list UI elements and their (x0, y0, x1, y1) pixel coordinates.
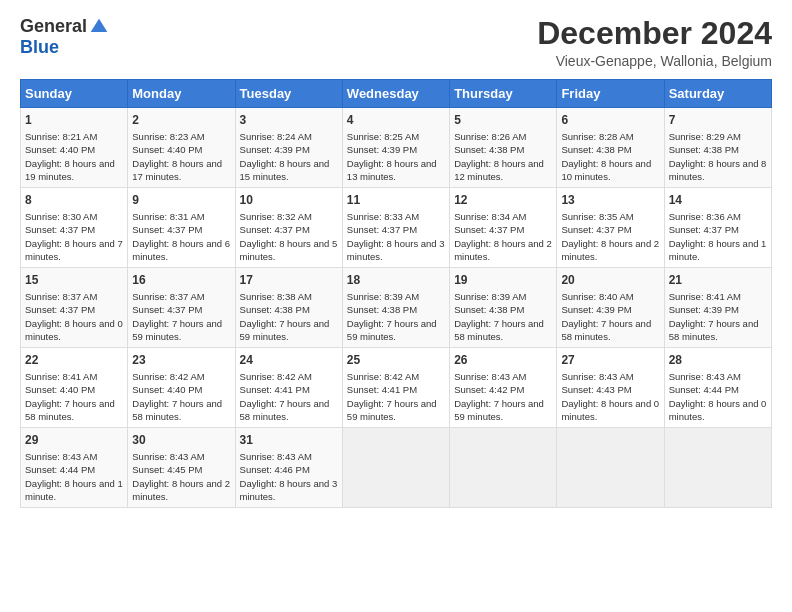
day-info: Sunset: 4:43 PM (561, 383, 659, 396)
day-info: Sunrise: 8:33 AM (347, 210, 445, 223)
day-info: Sunset: 4:37 PM (25, 303, 123, 316)
day-number: 24 (240, 352, 338, 369)
header-tuesday: Tuesday (235, 80, 342, 108)
day-info: Sunset: 4:37 PM (454, 223, 552, 236)
day-info: Sunset: 4:37 PM (347, 223, 445, 236)
table-row: 16Sunrise: 8:37 AMSunset: 4:37 PMDayligh… (128, 268, 235, 348)
day-info: Sunrise: 8:43 AM (669, 370, 767, 383)
table-row: 19Sunrise: 8:39 AMSunset: 4:38 PMDayligh… (450, 268, 557, 348)
day-info: Sunrise: 8:42 AM (347, 370, 445, 383)
day-info: Sunset: 4:39 PM (561, 303, 659, 316)
table-row: 29Sunrise: 8:43 AMSunset: 4:44 PMDayligh… (21, 428, 128, 508)
day-number: 28 (669, 352, 767, 369)
day-info: Sunrise: 8:21 AM (25, 130, 123, 143)
table-row: 9Sunrise: 8:31 AMSunset: 4:37 PMDaylight… (128, 188, 235, 268)
day-info: Sunrise: 8:25 AM (347, 130, 445, 143)
day-number: 11 (347, 192, 445, 209)
day-number: 25 (347, 352, 445, 369)
day-info: Sunrise: 8:43 AM (132, 450, 230, 463)
day-info: Sunset: 4:37 PM (132, 303, 230, 316)
table-row: 23Sunrise: 8:42 AMSunset: 4:40 PMDayligh… (128, 348, 235, 428)
week-row: 29Sunrise: 8:43 AMSunset: 4:44 PMDayligh… (21, 428, 772, 508)
day-info: Sunset: 4:39 PM (669, 303, 767, 316)
day-info: Sunrise: 8:39 AM (454, 290, 552, 303)
day-number: 15 (25, 272, 123, 289)
day-number: 26 (454, 352, 552, 369)
day-info: Sunset: 4:38 PM (240, 303, 338, 316)
day-info: Sunrise: 8:43 AM (561, 370, 659, 383)
day-info: Daylight: 8 hours and 5 minutes. (240, 237, 338, 264)
day-info: Daylight: 8 hours and 7 minutes. (25, 237, 123, 264)
day-number: 18 (347, 272, 445, 289)
day-info: Daylight: 7 hours and 59 minutes. (454, 397, 552, 424)
day-info: Sunrise: 8:41 AM (669, 290, 767, 303)
title-block: December 2024 Vieux-Genappe, Wallonia, B… (537, 16, 772, 69)
day-number: 30 (132, 432, 230, 449)
header-saturday: Saturday (664, 80, 771, 108)
table-row: 21Sunrise: 8:41 AMSunset: 4:39 PMDayligh… (664, 268, 771, 348)
day-info: Sunset: 4:38 PM (561, 143, 659, 156)
day-number: 21 (669, 272, 767, 289)
day-info: Sunrise: 8:43 AM (240, 450, 338, 463)
day-info: Sunset: 4:41 PM (347, 383, 445, 396)
table-row: 10Sunrise: 8:32 AMSunset: 4:37 PMDayligh… (235, 188, 342, 268)
table-row: 4Sunrise: 8:25 AMSunset: 4:39 PMDaylight… (342, 108, 449, 188)
day-number: 10 (240, 192, 338, 209)
day-info: Sunrise: 8:28 AM (561, 130, 659, 143)
day-info: Sunrise: 8:34 AM (454, 210, 552, 223)
table-row: 27Sunrise: 8:43 AMSunset: 4:43 PMDayligh… (557, 348, 664, 428)
table-row: 25Sunrise: 8:42 AMSunset: 4:41 PMDayligh… (342, 348, 449, 428)
day-info: Daylight: 7 hours and 58 minutes. (25, 397, 123, 424)
day-info: Daylight: 8 hours and 3 minutes. (240, 477, 338, 504)
logo: General Blue (20, 16, 109, 58)
day-info: Sunrise: 8:37 AM (132, 290, 230, 303)
day-number: 2 (132, 112, 230, 129)
day-info: Daylight: 7 hours and 59 minutes. (240, 317, 338, 344)
table-row: 7Sunrise: 8:29 AMSunset: 4:38 PMDaylight… (664, 108, 771, 188)
logo-icon (89, 17, 109, 37)
table-row: 17Sunrise: 8:38 AMSunset: 4:38 PMDayligh… (235, 268, 342, 348)
day-number: 6 (561, 112, 659, 129)
table-row: 18Sunrise: 8:39 AMSunset: 4:38 PMDayligh… (342, 268, 449, 348)
day-info: Sunrise: 8:41 AM (25, 370, 123, 383)
calendar-header-row: SundayMondayTuesdayWednesdayThursdayFrid… (21, 80, 772, 108)
header-sunday: Sunday (21, 80, 128, 108)
table-row (557, 428, 664, 508)
day-info: Sunrise: 8:39 AM (347, 290, 445, 303)
day-number: 3 (240, 112, 338, 129)
table-row (664, 428, 771, 508)
table-row: 8Sunrise: 8:30 AMSunset: 4:37 PMDaylight… (21, 188, 128, 268)
day-info: Daylight: 8 hours and 0 minutes. (25, 317, 123, 344)
day-number: 5 (454, 112, 552, 129)
day-info: Sunrise: 8:42 AM (132, 370, 230, 383)
day-info: Sunrise: 8:43 AM (25, 450, 123, 463)
day-info: Sunset: 4:40 PM (132, 143, 230, 156)
day-info: Daylight: 7 hours and 58 minutes. (132, 397, 230, 424)
day-info: Sunrise: 8:42 AM (240, 370, 338, 383)
day-info: Sunset: 4:44 PM (669, 383, 767, 396)
table-row: 6Sunrise: 8:28 AMSunset: 4:38 PMDaylight… (557, 108, 664, 188)
table-row: 24Sunrise: 8:42 AMSunset: 4:41 PMDayligh… (235, 348, 342, 428)
table-row: 30Sunrise: 8:43 AMSunset: 4:45 PMDayligh… (128, 428, 235, 508)
day-info: Daylight: 8 hours and 2 minutes. (454, 237, 552, 264)
day-info: Sunrise: 8:40 AM (561, 290, 659, 303)
day-info: Daylight: 8 hours and 15 minutes. (240, 157, 338, 184)
day-info: Sunset: 4:38 PM (454, 143, 552, 156)
table-row (342, 428, 449, 508)
day-number: 27 (561, 352, 659, 369)
day-number: 1 (25, 112, 123, 129)
day-number: 7 (669, 112, 767, 129)
day-info: Daylight: 8 hours and 6 minutes. (132, 237, 230, 264)
location-subtitle: Vieux-Genappe, Wallonia, Belgium (537, 53, 772, 69)
day-number: 31 (240, 432, 338, 449)
table-row: 2Sunrise: 8:23 AMSunset: 4:40 PMDaylight… (128, 108, 235, 188)
day-info: Daylight: 8 hours and 2 minutes. (132, 477, 230, 504)
day-number: 17 (240, 272, 338, 289)
day-info: Sunrise: 8:37 AM (25, 290, 123, 303)
header-wednesday: Wednesday (342, 80, 449, 108)
day-info: Sunset: 4:44 PM (25, 463, 123, 476)
svg-marker-0 (91, 18, 108, 31)
day-number: 22 (25, 352, 123, 369)
logo-blue: Blue (20, 37, 59, 58)
day-info: Sunset: 4:39 PM (240, 143, 338, 156)
